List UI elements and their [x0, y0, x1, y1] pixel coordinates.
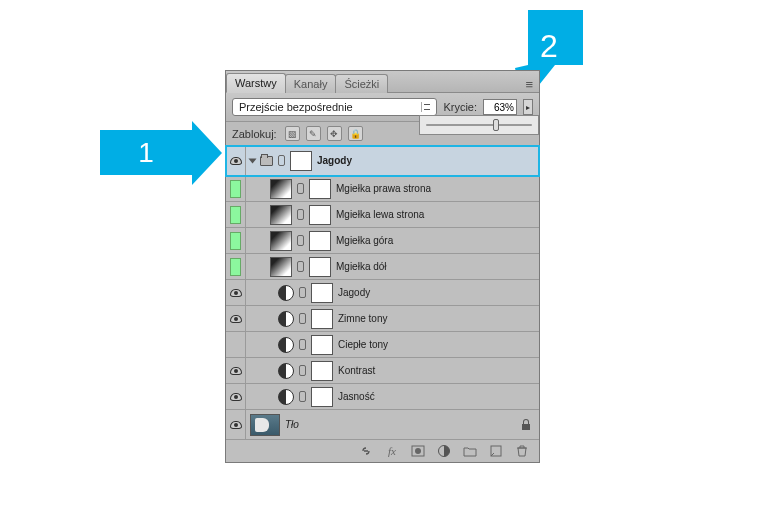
lock-all-icon[interactable]: 🔒	[348, 126, 363, 141]
group-mask-thumb[interactable]	[290, 151, 312, 171]
layer-mask-thumb[interactable]	[309, 257, 331, 277]
layer-name[interactable]: Zimne tony	[338, 313, 387, 324]
link-icon	[297, 261, 304, 272]
lock-pixels-icon[interactable]: ✎	[306, 126, 321, 141]
visibility-toggle[interactable]	[226, 280, 246, 305]
layer-mask-thumb[interactable]	[311, 361, 333, 381]
layer-adj-zimne[interactable]: Zimne tony	[226, 306, 539, 332]
adjustment-icon	[278, 363, 294, 379]
visibility-toggle[interactable]	[226, 202, 246, 227]
blend-mode-value: Przejście bezpośrednie	[239, 101, 353, 113]
visibility-toggle[interactable]	[226, 384, 246, 409]
layer-mask-thumb[interactable]	[311, 283, 333, 303]
layer-mgielka-lewa[interactable]: Mgiełka lewa strona	[226, 202, 539, 228]
layer-background[interactable]: Tło	[226, 410, 539, 440]
eye-icon	[230, 289, 242, 297]
lock-position-icon[interactable]: ✥	[327, 126, 342, 141]
panel-tabs: Warstwy Kanały Ścieżki ≡	[226, 71, 539, 93]
visibility-toggle[interactable]	[226, 306, 246, 331]
link-icon	[299, 365, 306, 376]
link-layers-icon[interactable]	[359, 444, 373, 458]
new-layer-icon[interactable]	[489, 444, 503, 458]
annotation-arrow-1: 1	[100, 130, 192, 175]
color-tag-icon	[230, 232, 241, 250]
disclosure-triangle-icon[interactable]	[249, 158, 257, 163]
eye-icon	[230, 367, 242, 375]
layer-thumb[interactable]	[270, 205, 292, 225]
layer-mgielka-dol[interactable]: Mgiełka dół	[226, 254, 539, 280]
opacity-slider[interactable]	[426, 124, 532, 126]
tab-layers[interactable]: Warstwy	[226, 73, 286, 93]
layer-name[interactable]: Tło	[285, 419, 299, 430]
tab-paths[interactable]: Ścieżki	[335, 74, 388, 93]
link-icon	[299, 313, 306, 324]
lock-icon	[521, 419, 531, 430]
opacity-flyout-arrow-icon[interactable]: ▸	[523, 99, 533, 115]
panel-menu-icon[interactable]: ≡	[519, 77, 539, 92]
layer-name[interactable]: Ciepłe tony	[338, 339, 388, 350]
svg-point-2	[415, 448, 421, 454]
layer-mask-thumb[interactable]	[309, 179, 331, 199]
layer-adj-jasnosc[interactable]: Jasność	[226, 384, 539, 410]
layer-name[interactable]: Mgiełka dół	[336, 261, 387, 272]
link-icon	[299, 339, 306, 350]
tab-channels[interactable]: Kanały	[285, 74, 337, 93]
layer-group-jagody[interactable]: Jagody	[226, 146, 539, 176]
layer-mask-thumb[interactable]	[311, 309, 333, 329]
link-icon	[299, 391, 306, 402]
layer-adj-jagody[interactable]: Jagody	[226, 280, 539, 306]
layer-mask-thumb[interactable]	[309, 205, 331, 225]
visibility-toggle[interactable]	[226, 332, 246, 357]
adjustment-icon	[278, 311, 294, 327]
lock-label: Zablokuj:	[232, 128, 277, 140]
adjustment-layer-icon[interactable]	[437, 444, 451, 458]
link-icon	[299, 287, 306, 298]
blend-mode-select[interactable]: Przejście bezpośrednie	[232, 98, 437, 116]
visibility-toggle[interactable]	[226, 358, 246, 383]
layer-thumb[interactable]	[270, 257, 292, 277]
visibility-toggle[interactable]	[226, 254, 246, 279]
annotation-label-1: 1	[138, 137, 154, 169]
annotation-label-2: 2	[540, 28, 558, 65]
layer-mask-thumb[interactable]	[309, 231, 331, 251]
layer-name[interactable]: Jasność	[338, 391, 375, 402]
layer-adj-cieple[interactable]: Ciepłe tony	[226, 332, 539, 358]
layer-name[interactable]: Kontrast	[338, 365, 375, 376]
new-group-icon[interactable]	[463, 444, 477, 458]
visibility-toggle[interactable]	[226, 228, 246, 253]
layer-name[interactable]: Mgiełka góra	[336, 235, 393, 246]
opacity-slider-popup	[419, 115, 539, 135]
layer-mask-thumb[interactable]	[311, 387, 333, 407]
link-icon	[297, 235, 304, 246]
layer-thumb[interactable]	[250, 414, 280, 436]
layer-name[interactable]: Jagody	[317, 155, 352, 166]
mask-icon[interactable]	[411, 444, 425, 458]
layer-adj-kontrast[interactable]: Kontrast	[226, 358, 539, 384]
layer-thumb[interactable]	[270, 231, 292, 251]
link-icon	[278, 155, 285, 166]
layer-mask-thumb[interactable]	[311, 335, 333, 355]
opacity-input[interactable]	[483, 99, 517, 115]
visibility-toggle[interactable]	[226, 176, 246, 201]
opacity-slider-thumb[interactable]	[493, 119, 499, 131]
eye-icon	[230, 157, 242, 165]
eye-icon	[230, 421, 242, 429]
layer-name[interactable]: Mgiełka lewa strona	[336, 209, 424, 220]
panel-footer: fx	[226, 440, 539, 462]
layers-list: Jagody Mgiełka prawa strona Mgiełka lewa…	[226, 146, 539, 440]
blend-opacity-row: Przejście bezpośrednie Krycie: ▸	[226, 93, 539, 122]
fx-icon[interactable]: fx	[385, 444, 399, 458]
visibility-toggle[interactable]	[226, 410, 246, 439]
layer-mgielka-gora[interactable]: Mgiełka góra	[226, 228, 539, 254]
opacity-label: Krycie:	[443, 101, 477, 113]
layer-mgielka-prawa[interactable]: Mgiełka prawa strona	[226, 176, 539, 202]
layers-panel: Warstwy Kanały Ścieżki ≡ Przejście bezpo…	[225, 70, 540, 463]
lock-transparent-icon[interactable]: ▧	[285, 126, 300, 141]
trash-icon[interactable]	[515, 444, 529, 458]
layer-name[interactable]: Jagody	[338, 287, 370, 298]
link-icon	[297, 183, 304, 194]
visibility-toggle[interactable]	[226, 146, 246, 175]
layer-name[interactable]: Mgiełka prawa strona	[336, 183, 431, 194]
layer-thumb[interactable]	[270, 179, 292, 199]
link-icon	[297, 209, 304, 220]
